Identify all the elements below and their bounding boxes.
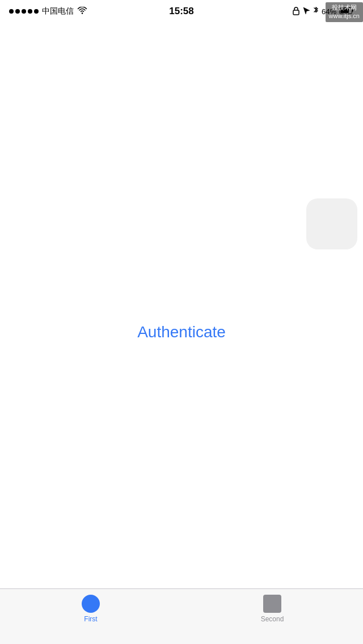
svg-rect-1 [293,10,299,15]
main-content: Authenticate [0,23,363,588]
status-bar-time: 15:58 [169,6,193,17]
tab-first-icon [82,595,100,613]
signal-dot-4 [28,9,32,14]
tab-second[interactable]: Second [250,595,295,623]
signal-dot-5 [34,9,39,14]
wifi-icon [77,7,87,16]
signal-dot-1 [9,9,14,14]
status-bar-left: 中国电信 [9,6,87,16]
tab-first[interactable]: First [68,595,113,623]
svg-point-0 [82,12,83,14]
signal-dots [9,9,39,14]
signal-dot-3 [22,9,26,14]
watermark-line1: 投技术网 [329,3,360,12]
signal-dot-2 [15,9,20,14]
tab-second-label: Second [261,615,284,623]
bluetooth-icon [313,6,319,16]
lock-icon [292,6,300,17]
authenticate-button[interactable]: Authenticate [137,323,226,341]
watermark-line2: www.itjs.cn [329,12,360,20]
carrier-name: 中国电信 [42,6,74,16]
location-icon [303,7,310,16]
status-bar: 中国电信 15:58 [0,0,363,23]
tab-second-icon [263,595,281,613]
watermark: 投技术网 www.itjs.cn [326,2,363,22]
tab-bar: First Second [0,588,363,644]
app-icon-placeholder [306,198,357,249]
tab-first-label: First [84,615,97,623]
